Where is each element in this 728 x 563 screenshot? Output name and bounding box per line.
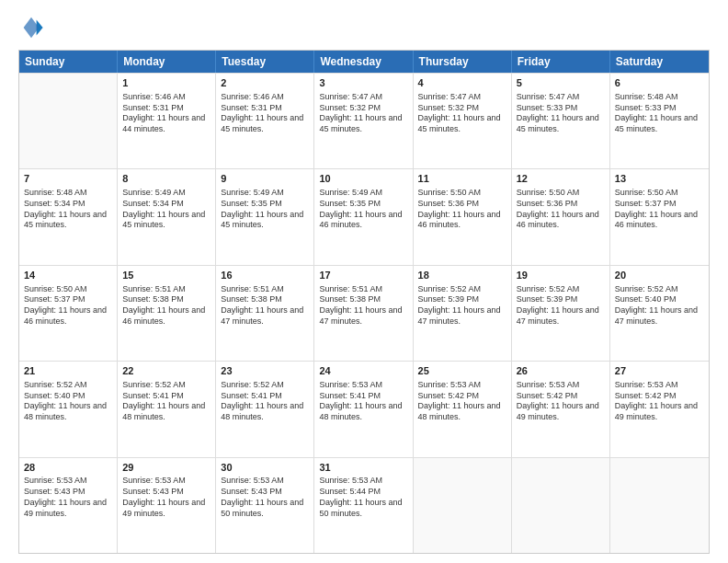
sunset-text: Sunset: 5:38 PM [319,294,407,305]
sunset-text: Sunset: 5:33 PM [517,103,605,114]
daylight-label: Daylight: 11 hours and 46 minutes. [615,210,704,231]
sunset-text: Sunset: 5:37 PM [24,294,112,305]
table-row: 21 Sunrise: 5:52 AM Sunset: 5:40 PM Dayl… [19,362,118,456]
calendar-body: 1 Sunrise: 5:46 AM Sunset: 5:31 PM Dayli… [19,73,709,553]
table-row: 11 Sunrise: 5:50 AM Sunset: 5:36 PM Dayl… [414,169,512,264]
day-number: 13 [615,172,704,186]
table-row: 17 Sunrise: 5:51 AM Sunset: 5:38 PM Dayl… [314,266,413,361]
sunrise-text: Sunrise: 5:48 AM [615,92,704,103]
table-row: 22 Sunrise: 5:52 AM Sunset: 5:41 PM Dayl… [118,362,216,456]
sunset-text: Sunset: 5:42 PM [517,391,605,402]
sunset-text: Sunset: 5:36 PM [517,199,605,210]
sunset-text: Sunset: 5:33 PM [615,103,704,114]
sunset-text: Sunset: 5:42 PM [418,391,506,402]
daylight-label: Daylight: 11 hours and 45 minutes. [221,210,309,231]
table-row: 2 Sunrise: 5:46 AM Sunset: 5:31 PM Dayli… [216,74,314,168]
calendar: Sunday Monday Tuesday Wednesday Thursday… [18,50,710,554]
day-number: 16 [221,269,309,282]
daylight-label: Daylight: 11 hours and 47 minutes. [418,305,506,327]
day-number: 18 [418,269,506,282]
day-number: 21 [24,364,112,378]
sunrise-text: Sunrise: 5:49 AM [122,188,210,199]
sunset-text: Sunset: 5:39 PM [517,294,605,305]
header-wednesday: Wednesday [314,51,413,73]
table-row: 8 Sunrise: 5:49 AM Sunset: 5:34 PM Dayli… [118,169,216,264]
header [18,15,710,40]
table-row: 1 Sunrise: 5:46 AM Sunset: 5:31 PM Dayli… [118,74,216,168]
table-row: 30 Sunrise: 5:53 AM Sunset: 5:43 PM Dayl… [216,458,314,553]
table-row: 12 Sunrise: 5:50 AM Sunset: 5:36 PM Dayl… [512,169,610,264]
table-row: 27 Sunrise: 5:53 AM Sunset: 5:42 PM Dayl… [610,362,709,456]
sunset-text: Sunset: 5:40 PM [615,294,704,305]
table-row: 23 Sunrise: 5:52 AM Sunset: 5:41 PM Dayl… [216,362,314,456]
sunrise-text: Sunrise: 5:53 AM [24,476,112,487]
daylight-label: Daylight: 11 hours and 45 minutes. [319,113,407,134]
sunrise-text: Sunrise: 5:49 AM [221,188,309,199]
table-row [414,458,512,553]
daylight-label: Daylight: 11 hours and 48 minutes. [24,401,112,422]
table-row [512,458,610,553]
sunrise-text: Sunrise: 5:53 AM [517,380,605,391]
table-row: 16 Sunrise: 5:51 AM Sunset: 5:38 PM Dayl… [216,266,314,361]
sunset-text: Sunset: 5:32 PM [319,103,407,114]
daylight-label: Daylight: 11 hours and 49 minutes. [24,498,112,519]
table-row: 24 Sunrise: 5:53 AM Sunset: 5:41 PM Dayl… [314,362,413,456]
sunrise-text: Sunrise: 5:52 AM [122,380,210,391]
calendar-row-3: 14 Sunrise: 5:50 AM Sunset: 5:37 PM Dayl… [19,265,709,361]
sunset-text: Sunset: 5:38 PM [221,294,309,305]
sunrise-text: Sunrise: 5:50 AM [418,188,506,199]
day-number: 26 [517,364,605,378]
table-row: 18 Sunrise: 5:52 AM Sunset: 5:39 PM Dayl… [414,266,512,361]
day-number: 8 [122,172,210,186]
table-row: 7 Sunrise: 5:48 AM Sunset: 5:34 PM Dayli… [19,169,118,264]
sunset-text: Sunset: 5:39 PM [418,294,506,305]
table-row: 10 Sunrise: 5:49 AM Sunset: 5:35 PM Dayl… [314,169,413,264]
day-number: 15 [122,269,210,282]
table-row: 13 Sunrise: 5:50 AM Sunset: 5:37 PM Dayl… [610,169,709,264]
sunrise-text: Sunrise: 5:52 AM [615,284,704,295]
day-number: 12 [517,172,605,186]
sunset-text: Sunset: 5:41 PM [122,391,210,402]
sunrise-text: Sunrise: 5:51 AM [122,284,210,295]
table-row [19,74,118,168]
sunrise-text: Sunrise: 5:52 AM [221,380,309,391]
day-number: 6 [615,76,704,90]
table-row: 26 Sunrise: 5:53 AM Sunset: 5:42 PM Dayl… [512,362,610,456]
sunset-text: Sunset: 5:31 PM [221,103,309,114]
sunrise-text: Sunrise: 5:50 AM [24,284,112,295]
daylight-label: Daylight: 11 hours and 49 minutes. [122,498,210,519]
sunset-text: Sunset: 5:37 PM [615,199,704,210]
daylight-label: Daylight: 11 hours and 47 minutes. [221,305,309,327]
sunrise-text: Sunrise: 5:47 AM [517,92,605,103]
sunrise-text: Sunrise: 5:50 AM [517,188,605,199]
day-number: 24 [319,364,407,378]
daylight-label: Daylight: 11 hours and 46 minutes. [319,210,407,231]
table-row: 14 Sunrise: 5:50 AM Sunset: 5:37 PM Dayl… [19,266,118,361]
page: Sunday Monday Tuesday Wednesday Thursday… [0,0,728,563]
day-number: 7 [24,172,112,186]
header-sunday: Sunday [19,51,118,73]
calendar-row-1: 1 Sunrise: 5:46 AM Sunset: 5:31 PM Dayli… [19,73,709,168]
sunrise-text: Sunrise: 5:46 AM [221,92,309,103]
day-number: 22 [122,364,210,378]
calendar-row-5: 28 Sunrise: 5:53 AM Sunset: 5:43 PM Dayl… [19,457,709,553]
sunset-text: Sunset: 5:35 PM [319,199,407,210]
day-number: 19 [517,269,605,282]
day-number: 4 [418,76,506,90]
sunset-text: Sunset: 5:38 PM [122,294,210,305]
daylight-label: Daylight: 11 hours and 49 minutes. [517,401,605,422]
sunset-text: Sunset: 5:34 PM [122,199,210,210]
sunrise-text: Sunrise: 5:53 AM [221,476,309,487]
daylight-label: Daylight: 11 hours and 45 minutes. [122,210,210,231]
sunrise-text: Sunrise: 5:52 AM [418,284,506,295]
sunrise-text: Sunrise: 5:53 AM [122,476,210,487]
header-tuesday: Tuesday [216,51,314,73]
day-number: 10 [319,172,407,186]
table-row [610,458,709,553]
daylight-label: Daylight: 11 hours and 45 minutes. [517,113,605,134]
sunset-text: Sunset: 5:43 PM [24,487,112,498]
day-number: 14 [24,269,112,282]
daylight-label: Daylight: 11 hours and 45 minutes. [418,113,506,134]
day-number: 31 [319,461,407,475]
header-saturday: Saturday [610,51,709,73]
